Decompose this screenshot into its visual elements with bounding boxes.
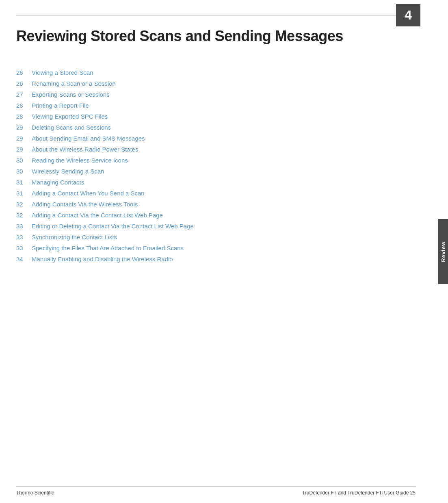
toc-page-number: 26 — [16, 69, 32, 76]
page-container: 4 Reviewing Stored Scans and Sending Mes… — [0, 0, 448, 503]
chapter-box: 4 — [396, 4, 420, 26]
toc-item-text: Deleting Scans and Sessions — [32, 124, 111, 131]
page-title: Reviewing Stored Scans and Sending Messa… — [16, 28, 343, 45]
toc-item-text: Synchronizing the Contact Lists — [32, 234, 117, 241]
footer: Thermo Scientific TruDefender FT and Tru… — [16, 486, 416, 496]
toc-item: 26Viewing a Stored Scan — [16, 69, 416, 76]
toc-item: 29About the Wireless Radio Power States — [16, 146, 416, 153]
toc-page-number: 26 — [16, 80, 32, 87]
toc-page-number: 33 — [16, 223, 32, 230]
toc-page-number: 31 — [16, 190, 32, 197]
toc-item: 27Exporting Scans or Sessions — [16, 91, 416, 98]
toc-page-number: 27 — [16, 91, 32, 98]
toc-item: 29Deleting Scans and Sessions — [16, 124, 416, 131]
toc-page-number: 31 — [16, 179, 32, 186]
toc-page-number: 29 — [16, 124, 32, 131]
toc-page-number: 33 — [16, 245, 32, 252]
toc-item-text: Renaming a Scan or a Session — [32, 80, 116, 87]
toc-item-text: About the Wireless Radio Power States — [32, 146, 139, 153]
sidebar-tab: Review — [438, 219, 448, 284]
toc-item-text: Adding Contacts Via the Wireless Tools — [32, 201, 138, 208]
toc-item-text: Reading the Wireless Service Icons — [32, 157, 128, 164]
toc-item-text: Managing Contacts — [32, 179, 84, 186]
toc-item: 33Editing or Deleting a Contact Via the … — [16, 223, 416, 230]
toc-item-text: About Sending Email and SMS Messages — [32, 135, 145, 142]
toc-page-number: 32 — [16, 201, 32, 208]
toc-item-text: Wirelessly Sending a Scan — [32, 168, 104, 175]
toc-item: 28Viewing Exported SPC Files — [16, 113, 416, 120]
toc-item: 32Adding a Contact Via the Contact List … — [16, 212, 416, 219]
toc-item-text: Adding a Contact Via the Contact List We… — [32, 212, 163, 219]
toc-item: 28Printing a Report File — [16, 102, 416, 109]
chapter-number: 4 — [405, 8, 412, 23]
toc-item-text: Viewing Exported SPC Files — [32, 113, 108, 120]
toc-item-text: Adding a Contact When You Send a Scan — [32, 190, 145, 197]
toc-item-text: Viewing a Stored Scan — [32, 69, 93, 76]
toc-item-text: Exporting Scans or Sessions — [32, 91, 110, 98]
toc-page-number: 34 — [16, 256, 32, 262]
toc-item-text: Editing or Deleting a Contact Via the Co… — [32, 223, 194, 230]
toc-page-number: 30 — [16, 157, 32, 164]
toc-item: 30Reading the Wireless Service Icons — [16, 157, 416, 164]
toc-item: 32Adding Contacts Via the Wireless Tools — [16, 201, 416, 208]
toc-item: 29About Sending Email and SMS Messages — [16, 135, 416, 142]
toc-page-number: 29 — [16, 146, 32, 153]
toc-page-number: 33 — [16, 234, 32, 241]
sidebar-tab-label: Review — [440, 241, 446, 262]
toc-item: 26Renaming a Scan or a Session — [16, 80, 416, 87]
toc-page-number: 30 — [16, 168, 32, 175]
toc-item: 30Wirelessly Sending a Scan — [16, 168, 416, 175]
toc-page-number: 28 — [16, 102, 32, 109]
toc-page-number: 32 — [16, 212, 32, 219]
toc-list: 26Viewing a Stored Scan26Renaming a Scan… — [16, 69, 416, 267]
toc-page-number: 28 — [16, 113, 32, 120]
footer-right: TruDefender FT and TruDefender FTi User … — [302, 490, 416, 496]
top-rule — [16, 15, 416, 16]
toc-page-number: 29 — [16, 135, 32, 142]
toc-item: 33Synchronizing the Contact Lists — [16, 234, 416, 241]
toc-item: 31Managing Contacts — [16, 179, 416, 186]
toc-item: 31Adding a Contact When You Send a Scan — [16, 190, 416, 197]
footer-left: Thermo Scientific — [16, 490, 54, 496]
toc-item-text: Manually Enabling and Disabling the Wire… — [32, 256, 173, 262]
toc-item: 33Specifying the Files That Are Attached… — [16, 245, 416, 252]
toc-item: 34Manually Enabling and Disabling the Wi… — [16, 256, 416, 262]
toc-item-text: Specifying the Files That Are Attached t… — [32, 245, 184, 252]
toc-item-text: Printing a Report File — [32, 102, 89, 109]
